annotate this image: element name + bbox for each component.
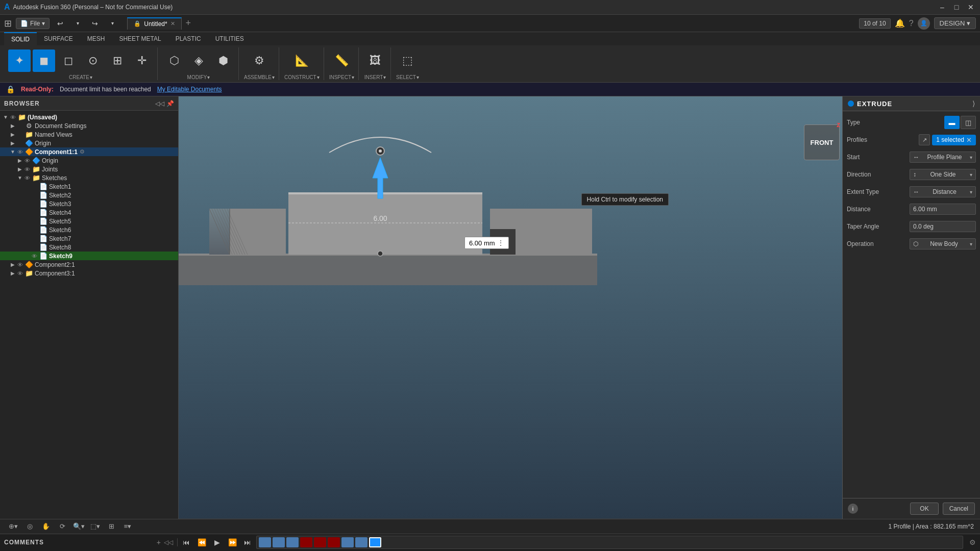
timeline-item-7[interactable] xyxy=(341,537,354,547)
tab-sheet-metal[interactable]: SHEET METAL xyxy=(112,32,168,45)
assemble-dropdown-arrow[interactable]: ▾ xyxy=(272,74,275,80)
view-orbit-button[interactable]: ◎ xyxy=(22,520,37,533)
select-dropdown-arrow[interactable]: ▾ xyxy=(416,74,419,80)
inspect-measure-button[interactable]: 📏 xyxy=(330,49,353,72)
timeline-next-button[interactable]: ⏩ xyxy=(226,536,239,549)
help-icon[interactable]: ? xyxy=(909,19,914,28)
inspect-dropdown-arrow[interactable]: ▾ xyxy=(352,74,354,80)
dimension-menu-icon[interactable]: ⋮ xyxy=(497,239,504,247)
start-dropdown-arrow[interactable]: ▾ xyxy=(970,155,972,160)
minimize-button[interactable]: – xyxy=(937,2,947,12)
profiles-clear-button[interactable]: ✕ xyxy=(966,136,972,144)
taper-angle-input[interactable]: 0.0 deg xyxy=(910,221,976,232)
sidebar-pin-button[interactable]: 📌 xyxy=(166,100,174,107)
sidebar-collapse-button[interactable]: ◁◁ xyxy=(155,100,164,107)
tree-item-doc-settings[interactable]: ▶ 👁 ⚙ Document Settings xyxy=(0,121,178,130)
create-extrude-button[interactable]: ◼ xyxy=(33,49,55,72)
create-revolve-button[interactable]: ◻ xyxy=(57,49,80,72)
create-move-button[interactable]: ✛ xyxy=(131,49,153,72)
canvas-area[interactable]: 6.00 Hold Ctrl to modify selection xyxy=(179,96,842,519)
profiles-selected-pill[interactable]: 1 selected ✕ xyxy=(932,135,976,145)
assemble-joint-button[interactable]: ⚙ xyxy=(248,49,271,72)
maximize-button[interactable]: □ xyxy=(951,2,962,12)
timeline-play-button[interactable]: ▶ xyxy=(210,536,224,549)
tree-item-sketches[interactable]: ▼ 👁 📁 Sketches xyxy=(0,173,178,182)
tab-surface[interactable]: SURFACE xyxy=(37,32,80,45)
tree-item-component3[interactable]: ▶ 👁 📁 Component3:1 xyxy=(0,269,178,278)
nav-cube-front-label[interactable]: FRONT xyxy=(804,124,840,160)
operation-dropdown-arrow[interactable]: ▾ xyxy=(970,241,972,247)
tree-item-sketch2[interactable]: ▶ 👁 📄 Sketch2 xyxy=(0,191,178,199)
timeline-item-8[interactable] xyxy=(355,537,368,547)
create-sweep-button[interactable]: ⊙ xyxy=(82,49,104,72)
tree-item-origin-top[interactable]: ▶ 👁 🔷 Origin xyxy=(0,139,178,147)
cancel-button[interactable]: Cancel xyxy=(943,503,975,515)
insert-dropdown-arrow[interactable]: ▾ xyxy=(383,74,386,80)
tree-item-sketch1[interactable]: ▶ 👁 📄 Sketch1 xyxy=(0,182,178,191)
tree-item-sketch3[interactable]: ▶ 👁 📄 Sketch3 xyxy=(0,199,178,208)
close-button[interactable]: ✕ xyxy=(966,2,976,12)
component1-settings-icon[interactable]: ⚙ xyxy=(80,148,85,155)
extrude-expand-button[interactable]: ⟩ xyxy=(972,99,975,108)
undo-dropdown[interactable]: ▾ xyxy=(71,17,84,30)
start-select[interactable]: ↔ Profile Plane ▾ xyxy=(910,152,976,163)
timeline-skip-end-button[interactable]: ⏭ xyxy=(241,536,254,549)
redo-dropdown[interactable]: ▾ xyxy=(106,17,119,30)
tree-eye-unsaved[interactable]: 👁 xyxy=(9,114,16,120)
tree-item-sketch8[interactable]: ▶ 👁 📄 Sketch8 xyxy=(0,243,178,252)
tree-item-named-views[interactable]: ▶ 👁 📁 Named Views xyxy=(0,130,178,139)
tab-close-button[interactable]: ✕ xyxy=(170,20,175,27)
create-dropdown-arrow[interactable]: ▾ xyxy=(90,74,92,80)
design-mode-button[interactable]: DESIGN ▾ xyxy=(934,17,976,29)
timeline-item-5[interactable] xyxy=(314,537,326,547)
user-avatar[interactable]: 👤 xyxy=(918,17,930,30)
timeline-item-3[interactable] xyxy=(286,537,299,547)
grid-button[interactable]: ⊞ xyxy=(104,520,118,533)
type-thin-button[interactable]: ◫ xyxy=(961,116,976,129)
pan-button[interactable]: ✋ xyxy=(39,520,53,533)
select-button[interactable]: ⬚ xyxy=(397,49,419,72)
display-settings-button[interactable]: ≡▾ xyxy=(120,520,135,533)
tree-item-sketch5[interactable]: ▶ 👁 📄 Sketch5 xyxy=(0,217,178,226)
extrude-info-button[interactable]: i xyxy=(848,504,858,514)
modify-shell-button[interactable]: ⬢ xyxy=(212,49,234,72)
type-solid-button[interactable]: ▬ xyxy=(944,116,960,129)
create-loft-button[interactable]: ⊞ xyxy=(106,49,129,72)
construct-dropdown-arrow[interactable]: ▾ xyxy=(317,74,320,80)
add-tab-button[interactable]: + xyxy=(182,17,195,30)
tab-plastic[interactable]: PLASTIC xyxy=(168,32,208,45)
tree-item-sketch4[interactable]: ▶ 👁 📄 Sketch4 xyxy=(0,208,178,217)
extent-type-dropdown-arrow[interactable]: ▾ xyxy=(970,189,972,195)
redo-button[interactable]: ↪ xyxy=(88,17,102,30)
app-grid-icon[interactable]: ⊞ xyxy=(4,18,12,29)
notifications-icon[interactable]: 🔔 xyxy=(895,18,905,28)
tree-arrow-unsaved[interactable]: ▼ xyxy=(2,114,9,120)
zoom-button[interactable]: 🔍▾ xyxy=(71,520,86,533)
tab-mesh[interactable]: MESH xyxy=(80,32,112,45)
direction-dropdown-arrow[interactable]: ▾ xyxy=(970,172,972,178)
timeline-item-4[interactable] xyxy=(300,537,312,547)
timeline-settings-button[interactable]: ⚙ xyxy=(969,538,976,546)
tree-item-unsaved[interactable]: ▼ 👁 📁 (Unsaved) xyxy=(0,113,178,121)
modify-chamfer-button[interactable]: ◈ xyxy=(187,49,210,72)
modify-dropdown-arrow[interactable]: ▾ xyxy=(207,74,210,80)
extent-type-select[interactable]: ↔ Distance ▾ xyxy=(910,186,976,197)
editable-docs-link[interactable]: My Editable Documents xyxy=(157,86,222,93)
fit-button[interactable]: ⟳ xyxy=(55,520,69,533)
ok-button[interactable]: OK xyxy=(910,503,938,515)
active-doc-tab[interactable]: 🔒 Untitled* ✕ xyxy=(127,17,181,30)
tree-item-component1[interactable]: ▼ 👁 🔶 Component1:1 ⚙ xyxy=(0,147,178,156)
timeline-item-9[interactable] xyxy=(369,537,381,547)
timeline-item-2[interactable] xyxy=(273,537,285,547)
view-cube-button[interactable]: ⬚▾ xyxy=(88,520,102,533)
tree-item-sketch6[interactable]: ▶ 👁 📄 Sketch6 xyxy=(0,226,178,234)
insert-canvas-button[interactable]: 🖼 xyxy=(364,49,386,72)
profiles-select-icon[interactable]: ↗ xyxy=(919,134,930,145)
tree-item-sketch9[interactable]: ▶ 👁 📄 Sketch9 xyxy=(0,252,178,260)
timeline-skip-start-button[interactable]: ⏮ xyxy=(180,536,193,549)
direction-select[interactable]: ↕ One Side ▾ xyxy=(910,169,976,180)
tree-item-origin2[interactable]: ▶ 👁 🔷 Origin xyxy=(0,156,178,165)
comments-add-button[interactable]: + xyxy=(157,538,161,546)
timeline-prev-button[interactable]: ⏪ xyxy=(195,536,208,549)
operation-select[interactable]: ⬡ New Body ▾ xyxy=(910,238,976,249)
